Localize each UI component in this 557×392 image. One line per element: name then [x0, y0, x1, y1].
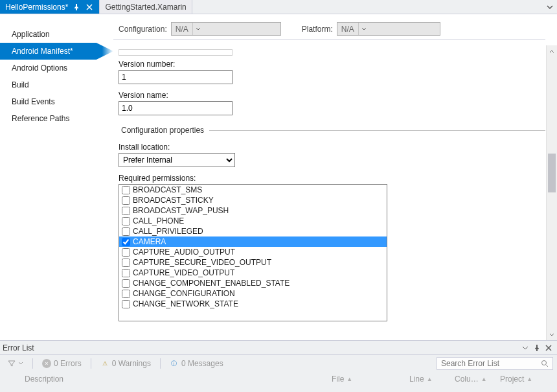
filter-errors[interactable]: × 0 Errors — [38, 358, 85, 369]
sort-asc-icon: ▲ — [527, 376, 532, 382]
pin-icon[interactable] — [531, 342, 543, 354]
permission-row[interactable]: CAMERA — [119, 236, 387, 247]
configuration-bar: Configuration: N/A Platform: N/A — [113, 22, 545, 40]
permission-name: CAMERA — [133, 237, 166, 246]
permission-checkbox[interactable] — [122, 207, 130, 215]
content-scrollbar[interactable] — [546, 45, 557, 340]
separator — [32, 358, 33, 369]
divider — [209, 130, 545, 131]
separator — [91, 358, 91, 369]
permission-row[interactable]: CHANGE_CONFIGURATION — [119, 288, 387, 299]
search-input[interactable] — [440, 358, 541, 369]
scroll-up-icon[interactable] — [547, 45, 557, 56]
error-list-title: Error List — [3, 343, 34, 352]
nav-build[interactable]: Build — [0, 76, 113, 93]
permission-name: CHANGE_COMPONENT_ENABLED_STATE — [133, 279, 290, 288]
install-location-label: Install location: — [119, 143, 557, 152]
tab-overflow-button[interactable] — [543, 0, 557, 14]
configuration-value: N/A — [172, 25, 192, 34]
permission-checkbox[interactable] — [122, 300, 130, 308]
search-icon — [541, 360, 550, 367]
error-list-toolbar: × 0 Errors ⚠ 0 Warnings ⓘ 0 Messages — [0, 355, 557, 372]
configuration-dropdown[interactable]: N/A — [171, 22, 281, 36]
platform-label: Platform: — [302, 25, 333, 34]
info-icon: ⓘ — [170, 359, 179, 368]
install-location-select[interactable]: Prefer Internal — [119, 153, 235, 167]
permission-checkbox[interactable] — [122, 279, 130, 288]
permission-row[interactable]: CALL_PRIVILEGED — [119, 226, 387, 236]
scroll-thumb[interactable] — [548, 154, 556, 192]
required-permissions-listbox[interactable]: BROADCAST_SMSBROADCAST_STICKYBROADCAST_W… — [119, 184, 387, 321]
permission-checkbox[interactable] — [122, 217, 130, 225]
col-column[interactable]: Colu…▲ — [449, 375, 495, 384]
property-page-content: Configuration: N/A Platform: N/A — [113, 14, 557, 340]
col-project[interactable]: Project▲ — [495, 375, 553, 384]
project-properties-editor: Application Android Manifest* Android Op… — [0, 14, 557, 340]
permission-row[interactable]: BROADCAST_STICKY — [119, 195, 387, 205]
permission-name: CHANGE_NETWORK_STATE — [133, 299, 238, 308]
filter-warnings[interactable]: ⚠ 0 Warnings — [97, 358, 155, 369]
window-position-icon[interactable] — [519, 342, 531, 354]
permission-checkbox[interactable] — [122, 269, 130, 277]
filter-dropdown[interactable] — [4, 358, 27, 369]
permission-checkbox[interactable] — [122, 196, 130, 205]
permission-name: CAPTURE_SECURE_VIDEO_OUTPUT — [133, 258, 271, 267]
permission-checkbox[interactable] — [122, 259, 130, 267]
platform-dropdown[interactable]: N/A — [337, 22, 440, 36]
configuration-label: Configuration: — [119, 25, 167, 34]
nav-android-manifest[interactable]: Android Manifest* — [0, 43, 113, 60]
version-number-input[interactable] — [119, 70, 233, 84]
nav-application[interactable]: Application — [0, 26, 113, 43]
version-name-label: Version name: — [119, 91, 557, 100]
col-description[interactable]: Description — [19, 375, 326, 384]
tab-title: GettingStarted.Xamarin — [105, 3, 186, 12]
error-icon: × — [42, 359, 51, 368]
tab-title: HelloPermissions* — [5, 3, 68, 12]
permission-name: CAPTURE_VIDEO_OUTPUT — [133, 268, 234, 277]
error-list-panel: Error List × 0 Errors ⚠ 0 Warnings ⓘ — [0, 340, 557, 392]
close-icon[interactable] — [543, 342, 554, 354]
permission-name: CHANGE_CONFIGURATION — [133, 289, 235, 298]
required-permissions-label: Required permissions: — [119, 174, 557, 183]
filter-messages[interactable]: ⓘ 0 Messages — [166, 358, 227, 369]
close-icon[interactable] — [85, 3, 94, 12]
col-line[interactable]: Line▲ — [404, 375, 449, 384]
permission-name: CALL_PHONE — [133, 216, 184, 225]
nav-build-events[interactable]: Build Events — [0, 93, 113, 110]
col-file[interactable]: File▲ — [326, 375, 404, 384]
chevron-down-icon — [192, 23, 204, 35]
sort-asc-icon: ▲ — [347, 376, 352, 382]
permission-row[interactable]: CHANGE_COMPONENT_ENABLED_STATE — [119, 278, 387, 288]
permission-row[interactable]: BROADCAST_SMS — [119, 185, 387, 195]
scroll-track[interactable] — [547, 56, 557, 329]
tab-hellopermissions[interactable]: HelloPermissions* — [0, 0, 100, 14]
sort-asc-icon: ▲ — [481, 376, 487, 382]
scroll-down-icon[interactable] — [547, 329, 557, 340]
tab-gettingstarted[interactable]: GettingStarted.Xamarin — [100, 0, 192, 14]
permission-checkbox[interactable] — [122, 290, 130, 298]
permission-name: BROADCAST_WAP_PUSH — [133, 206, 229, 215]
error-list-search[interactable] — [437, 357, 553, 370]
document-tabstrip: HelloPermissions* GettingStarted.Xamarin — [0, 0, 557, 14]
error-list-columns: Description File▲ Line▲ Colu…▲ Project▲ — [0, 372, 557, 386]
permission-row[interactable]: CHANGE_NETWORK_STATE — [119, 299, 387, 309]
nav-reference-paths[interactable]: Reference Paths — [0, 110, 113, 127]
permission-name: CAPTURE_AUDIO_OUTPUT — [133, 248, 235, 257]
permission-checkbox[interactable] — [122, 227, 130, 236]
svg-point-0 — [542, 361, 547, 365]
permission-checkbox[interactable] — [122, 248, 130, 257]
pin-icon[interactable] — [72, 3, 81, 12]
permission-row[interactable]: CAPTURE_AUDIO_OUTPUT — [119, 247, 387, 257]
property-page-nav: Application Android Manifest* Android Op… — [0, 14, 113, 340]
platform-value: N/A — [337, 25, 358, 34]
permission-checkbox[interactable] — [122, 238, 130, 246]
permission-row[interactable]: CAPTURE_SECURE_VIDEO_OUTPUT — [119, 257, 387, 268]
permission-row[interactable]: CALL_PHONE — [119, 216, 387, 226]
version-name-input[interactable] — [119, 101, 233, 115]
permission-row[interactable]: BROADCAST_WAP_PUSH — [119, 205, 387, 216]
warning-icon: ⚠ — [100, 359, 109, 368]
chevron-down-icon — [358, 23, 370, 35]
permission-checkbox[interactable] — [122, 186, 130, 194]
permission-row[interactable]: CAPTURE_VIDEO_OUTPUT — [119, 268, 387, 278]
nav-android-options[interactable]: Android Options — [0, 60, 113, 76]
